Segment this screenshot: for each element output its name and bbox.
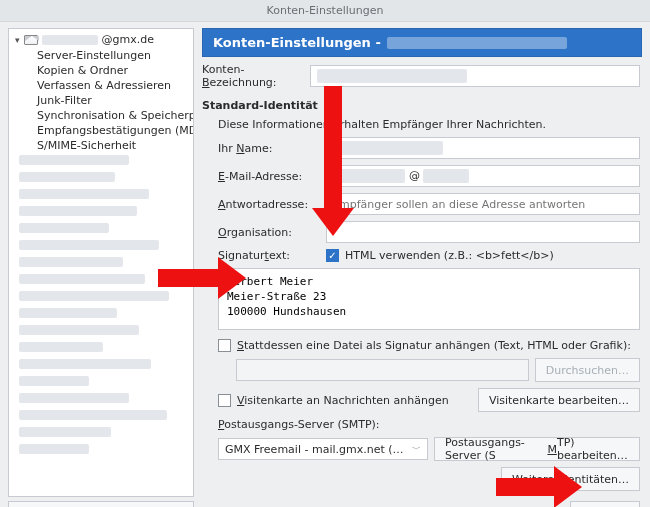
select-smtp-value: GMX Freemail - mail.gmx.net (Stand… — [225, 443, 406, 456]
row-email: E-Mail-Adresse: @ — [202, 165, 640, 187]
row-reply-to: Antwortadresse: — [202, 193, 640, 215]
email-at: @ — [409, 169, 420, 182]
input-reply-to[interactable] — [326, 193, 640, 215]
label-email: E-Mail-Adresse: — [218, 170, 320, 183]
settings-window: Konten-Einstellungen ▾ @gmx.de Server-Ei… — [0, 0, 650, 507]
checkbox-vcard[interactable]: Visitenkarte an Nachrichten anhängen — [218, 394, 449, 407]
sidebar-item-server[interactable]: Server-Einstellungen — [9, 48, 193, 63]
textarea-signature[interactable] — [218, 268, 640, 330]
account-actions-button[interactable]: Konten-Aktionen ▾ — [8, 501, 194, 507]
account-name-redacted — [42, 35, 98, 45]
sidebar-item-redacted — [9, 391, 193, 408]
sidebar-item-redacted — [9, 323, 193, 340]
row-more-identities: Weitere Identitäten… — [202, 467, 640, 491]
sidebar-item-redacted — [9, 289, 193, 306]
row-organisation: Organisation: — [202, 221, 640, 243]
sidebar-item-sync[interactable]: Synchronisation & Speicherplatz — [9, 108, 193, 123]
panel-title-redacted — [387, 37, 567, 49]
window-title: Konten-Einstellungen — [0, 0, 650, 22]
more-identities-button[interactable]: Weitere Identitäten… — [501, 467, 640, 491]
sidebar-item-redacted — [9, 170, 193, 187]
row-account-name: Konten-Bezeichnung: — [202, 63, 640, 89]
input-account-name[interactable] — [310, 65, 640, 87]
account-row[interactable]: ▾ @gmx.de — [9, 31, 193, 48]
row-file-path: Durchsuchen… — [202, 358, 640, 382]
label-reply-to: Antwortadresse: — [218, 198, 320, 211]
sidebar-item-receipts[interactable]: Empfangsbestätigungen (MDN) — [9, 123, 193, 138]
checkbox-html-label: HTML verwenden (z.B.: <b>fett</b>) — [345, 249, 554, 262]
label-vcard: Visitenkarte an Nachrichten anhängen — [237, 394, 449, 407]
sidebar-item-redacted — [9, 306, 193, 323]
row-smtp: GMX Freemail - mail.gmx.net (Stand… ﹀ Po… — [202, 437, 640, 461]
account-form: Konten-Bezeichnung: Standard-Identität D… — [202, 63, 642, 507]
sidebar-item-redacted — [9, 425, 193, 442]
sidebar-item-redacted — [9, 153, 193, 170]
label-file-signature: Stattdessen eine Datei als Signatur anhä… — [237, 339, 631, 352]
sidebar-item-redacted — [9, 221, 193, 238]
sidebar-item-redacted — [9, 187, 193, 204]
mail-icon — [24, 35, 38, 45]
dialog-footer: OK — [202, 501, 640, 507]
accounts-sidebar: ▾ @gmx.de Server-Einstellungen Kopien & … — [8, 28, 194, 507]
select-smtp[interactable]: GMX Freemail - mail.gmx.net (Stand… ﹀ — [218, 438, 428, 460]
ok-button[interactable]: OK — [570, 501, 640, 507]
label-signature-text: Signaturtext: — [218, 249, 320, 262]
sidebar-item-redacted — [9, 374, 193, 391]
section-standard-identity-sub: Diese Informationen erhalten Empfänger I… — [202, 118, 640, 131]
sidebar-item-smime[interactable]: S/MIME-Sicherheit — [9, 138, 193, 153]
edit-smtp-button[interactable]: Postausgangs-Server (SMTP) bearbeiten… — [434, 437, 640, 461]
window-body: ▾ @gmx.de Server-Einstellungen Kopien & … — [0, 22, 650, 507]
sidebar-item-redacted — [9, 204, 193, 221]
sidebar-item-copies[interactable]: Kopien & Ordner — [9, 63, 193, 78]
browse-button: Durchsuchen… — [535, 358, 640, 382]
input-your-name[interactable] — [326, 137, 640, 159]
checkbox-vcard-box[interactable] — [218, 394, 231, 407]
label-organisation: Organisation: — [218, 226, 320, 239]
row-vcard: Visitenkarte an Nachrichten anhängen Vis… — [202, 388, 640, 412]
row-signature-text: Signaturtext: ✓ HTML verwenden (z.B.: <b… — [202, 249, 640, 262]
account-domain: @gmx.de — [102, 33, 154, 46]
chevron-down-icon: ﹀ — [412, 443, 421, 456]
sidebar-item-compose[interactable]: Verfassen & Adressieren — [9, 78, 193, 93]
panel-header: Konten-Einstellungen - — [202, 28, 642, 57]
row-smtp-label: Postausgangs-Server (SMTP): — [202, 418, 640, 431]
sidebar-item-redacted — [9, 340, 193, 357]
sidebar-item-redacted — [9, 238, 193, 255]
row-file-signature: Stattdessen eine Datei als Signatur anhä… — [202, 339, 640, 352]
label-account-name: Konten-Bezeichnung: — [202, 63, 304, 89]
label-smtp: Postausgangs-Server (SMTP): — [218, 418, 380, 431]
twisty-icon[interactable]: ▾ — [15, 35, 20, 45]
row-signature-area — [202, 268, 640, 333]
checkbox-html-box[interactable]: ✓ — [326, 249, 339, 262]
section-standard-identity: Standard-Identität — [202, 99, 640, 112]
input-file-path — [236, 359, 529, 381]
edit-vcard-button[interactable]: Visitenkarte bearbeiten… — [478, 388, 640, 412]
sidebar-item-redacted — [9, 255, 193, 272]
checkbox-file-signature[interactable] — [218, 339, 231, 352]
label-your-name: Ihr Name: — [218, 142, 320, 155]
sidebar-item-junk[interactable]: Junk-Filter — [9, 93, 193, 108]
accounts-tree[interactable]: ▾ @gmx.de Server-Einstellungen Kopien & … — [8, 28, 194, 497]
sidebar-item-redacted — [9, 408, 193, 425]
main-panel: Konten-Einstellungen - Konten-Bezeichnun… — [202, 28, 642, 507]
panel-title: Konten-Einstellungen - — [213, 35, 381, 50]
row-your-name: Ihr Name: — [202, 137, 640, 159]
input-email[interactable]: @ — [326, 165, 640, 187]
checkbox-html[interactable]: ✓ HTML verwenden (z.B.: <b>fett</b>) — [326, 249, 554, 262]
sidebar-item-redacted — [9, 442, 193, 459]
sidebar-item-redacted — [9, 357, 193, 374]
sidebar-item-redacted — [9, 272, 193, 289]
input-organisation[interactable] — [326, 221, 640, 243]
